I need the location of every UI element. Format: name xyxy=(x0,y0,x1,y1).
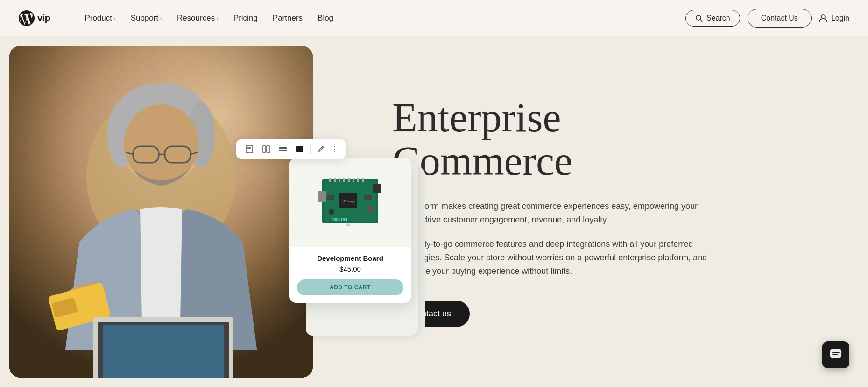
svg-point-3 xyxy=(821,15,825,19)
product-card-body: Development Board $45.00 ADD TO CART xyxy=(289,247,411,303)
hero-image xyxy=(9,46,313,378)
add-to-cart-button[interactable]: ADD TO CART xyxy=(297,280,403,295)
nav-product[interactable]: Product › xyxy=(78,10,122,27)
brand-logo[interactable]: vip xyxy=(19,10,50,26)
chat-button[interactable] xyxy=(822,341,849,368)
hero-left: ⋮ xyxy=(0,36,318,387)
more-options-icon[interactable]: ⋮ xyxy=(331,145,339,154)
svg-rect-31 xyxy=(296,146,303,152)
page-icon[interactable] xyxy=(243,144,256,154)
svg-rect-27 xyxy=(262,146,266,152)
product-name: Development Board xyxy=(297,254,403,262)
svg-text:UNO: UNO xyxy=(346,223,351,226)
brand-name: vip xyxy=(37,13,50,23)
wordpress-icon xyxy=(19,10,35,26)
hero-section: ⋮ xyxy=(0,36,868,387)
svg-rect-39 xyxy=(348,178,350,182)
person-silhouette xyxy=(9,46,313,378)
svg-rect-22 xyxy=(103,325,224,378)
navigation: vip Product › Support › Resources › Pric… xyxy=(0,0,868,36)
nav-right: Search Contact Us Login xyxy=(685,9,849,28)
svg-text:ATmega: ATmega xyxy=(343,200,355,203)
svg-rect-35 xyxy=(329,178,331,182)
svg-point-48 xyxy=(329,209,334,215)
svg-rect-30 xyxy=(279,150,287,151)
search-icon xyxy=(695,14,703,22)
svg-rect-41 xyxy=(357,178,359,182)
support-chevron-icon: › xyxy=(160,15,162,21)
columns-icon[interactable] xyxy=(260,144,273,154)
user-icon xyxy=(819,14,827,22)
login-link[interactable]: Login xyxy=(819,14,849,22)
svg-rect-28 xyxy=(267,146,270,152)
edit-icon[interactable] xyxy=(314,144,327,154)
svg-rect-37 xyxy=(339,178,340,182)
product-card-image: ATmega ARDUINO UNO xyxy=(289,158,411,247)
svg-rect-23 xyxy=(246,145,253,153)
nav-partners[interactable]: Partners xyxy=(266,10,309,27)
search-label: Search xyxy=(706,14,730,22)
hero-description-1: Our platform makes creating great commer… xyxy=(392,200,710,227)
block-icon[interactable] xyxy=(293,144,306,154)
product-card: ATmega ARDUINO UNO Development Board $45… xyxy=(289,158,411,303)
svg-rect-46 xyxy=(364,195,372,200)
nav-resources[interactable]: Resources › xyxy=(170,10,225,27)
chat-icon xyxy=(830,349,842,361)
row-icon[interactable] xyxy=(276,144,289,154)
editor-toolbar[interactable]: ⋮ xyxy=(236,139,346,159)
svg-rect-42 xyxy=(362,178,364,182)
toolbar-divider xyxy=(310,144,311,154)
svg-rect-36 xyxy=(334,178,336,182)
nav-pricing[interactable]: Pricing xyxy=(227,10,264,27)
svg-rect-40 xyxy=(353,178,354,182)
svg-rect-45 xyxy=(327,195,334,200)
nav-blog[interactable]: Blog xyxy=(311,10,340,27)
svg-rect-49 xyxy=(373,184,381,193)
hero-title: Enterprise Commerce xyxy=(392,96,821,183)
svg-point-47 xyxy=(367,206,375,213)
nav-links: Product › Support › Resources › Pricing … xyxy=(78,10,685,27)
contact-us-button[interactable]: Contact Us xyxy=(748,9,812,28)
svg-rect-29 xyxy=(279,147,287,149)
svg-rect-38 xyxy=(343,178,345,182)
svg-text:ARDUINO: ARDUINO xyxy=(332,218,347,222)
product-price: $45.00 xyxy=(297,265,403,273)
search-button[interactable]: Search xyxy=(685,10,740,27)
svg-rect-34 xyxy=(318,191,326,202)
resources-chevron-icon: › xyxy=(217,15,219,21)
product-chevron-icon: › xyxy=(114,15,116,21)
product-image-arduino: ATmega ARDUINO UNO xyxy=(318,170,383,235)
nav-support[interactable]: Support › xyxy=(124,10,169,27)
svg-line-2 xyxy=(700,20,702,22)
hero-description-2: Use ready-to-go commerce features and de… xyxy=(392,237,710,278)
